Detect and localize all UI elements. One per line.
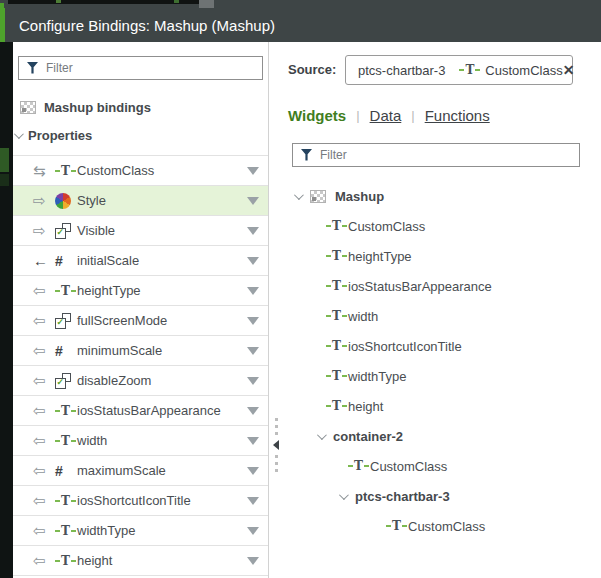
right-filter-input[interactable]	[320, 148, 579, 162]
binding-direction-in-arrow-icon: ⇦	[33, 313, 55, 328]
property-row[interactable]: ⇦disableZoom	[13, 366, 268, 396]
property-row[interactable]: ←#initialScale	[13, 246, 268, 276]
tab-widgets[interactable]: Widgets	[288, 107, 346, 124]
type-icon-box: T	[386, 520, 408, 532]
left-filter-input[interactable]	[46, 61, 262, 75]
property-row[interactable]: ⇦TiosStatusBarAppearance	[13, 396, 268, 426]
style-color-wheel-icon	[55, 193, 71, 209]
tree-item-label: ptcs-chartbar-3	[355, 489, 450, 504]
tree-item-label: CustomClass	[348, 219, 425, 234]
dropdown-caret-icon[interactable]	[247, 377, 259, 385]
dropdown-caret-icon[interactable]	[247, 167, 259, 175]
type-icon-box: T	[55, 435, 77, 447]
dropdown-caret-icon[interactable]	[247, 497, 259, 505]
type-icon-box: #	[55, 254, 77, 268]
tree-item-label: widthType	[348, 369, 407, 384]
properties-section-toggle[interactable]: Properties	[14, 128, 92, 143]
binding-direction-in-arrow-icon: ⇦	[33, 283, 55, 298]
background-fragment	[199, 0, 214, 8]
tree-item-height[interactable]: Theight	[281, 391, 601, 421]
dropdown-caret-icon[interactable]	[247, 407, 259, 415]
tab-data[interactable]: Data	[370, 107, 402, 124]
properties-section-label: Properties	[28, 128, 92, 143]
text-type-icon: T	[55, 405, 76, 417]
text-type-icon: T	[386, 520, 407, 532]
tree-item-mashup[interactable]: Mashup	[281, 181, 601, 211]
text-type-icon: T	[348, 460, 369, 472]
property-label: CustomClass	[77, 163, 247, 178]
dropdown-caret-icon[interactable]	[247, 467, 259, 475]
type-icon-box: T	[55, 495, 77, 507]
property-row[interactable]: ⇨Visible	[13, 216, 268, 246]
dropdown-caret-icon[interactable]	[247, 347, 259, 355]
right-filter-box	[292, 143, 580, 167]
dropdown-caret-icon[interactable]	[247, 527, 259, 535]
tree-item-container-2[interactable]: container-2	[281, 421, 601, 451]
property-row[interactable]: ⇦#maximumScale	[13, 456, 268, 486]
chevron-down-icon[interactable]	[339, 490, 349, 500]
source-widget-name: ptcs-chartbar-3	[358, 63, 445, 78]
properties-list: ⇆TCustomClass⇨Style⇨Visible←#initialScal…	[13, 155, 268, 576]
dropdown-caret-icon[interactable]	[247, 557, 259, 565]
dropdown-caret-icon[interactable]	[247, 287, 259, 295]
boolean-checkbox-icon	[55, 373, 71, 389]
dropdown-caret-icon[interactable]	[247, 317, 259, 325]
number-type-icon: #	[55, 344, 63, 358]
tree-item-width[interactable]: Twidth	[281, 301, 601, 331]
property-row[interactable]: ⇦Twidth	[13, 426, 268, 456]
type-icon-box: T	[326, 280, 348, 292]
type-icon-box: T	[326, 340, 348, 352]
source-binding-chip[interactable]: ptcs-chartbar-3 T CustomClass ✕	[345, 55, 573, 85]
splitter-dot	[275, 432, 278, 435]
dropdown-caret-icon[interactable]	[247, 197, 259, 205]
background-fragment	[174, 0, 179, 3]
tree-item-customclass[interactable]: TCustomClass	[281, 211, 601, 241]
tree-item-label: CustomClass	[370, 459, 447, 474]
dropdown-caret-icon[interactable]	[247, 437, 259, 445]
background-fragment	[0, 174, 9, 186]
tree-item-ptcs-chartbar-3[interactable]: ptcs-chartbar-3	[281, 481, 601, 511]
tab-functions[interactable]: Functions	[425, 107, 490, 124]
tree-item-customclass[interactable]: TCustomClass	[281, 451, 601, 481]
splitter-dot	[275, 455, 278, 458]
property-row[interactable]: ⇦#minimumScale	[13, 336, 268, 366]
property-row[interactable]: ⇦TwidthType	[13, 516, 268, 546]
property-label: disableZoom	[77, 373, 247, 388]
tree-item-iosshortcuticontitle[interactable]: TiosShortcutIconTitle	[281, 331, 601, 361]
text-type-icon: T	[55, 165, 76, 177]
binding-direction-in-arrow-icon: ⇦	[33, 373, 55, 388]
tree-item-iosstatusbarappearance[interactable]: TiosStatusBarAppearance	[281, 271, 601, 301]
dropdown-caret-icon[interactable]	[247, 227, 259, 235]
property-row[interactable]: ⇦TheightType	[13, 276, 268, 306]
source-label: Source:	[288, 62, 336, 77]
property-row[interactable]: ⇦fullScreenMode	[13, 306, 268, 336]
widgets-tree: MashupTCustomClassTheightTypeTiosStatusB…	[281, 181, 601, 541]
property-row[interactable]: ⇆TCustomClass	[13, 156, 268, 186]
text-type-icon: T	[55, 495, 76, 507]
binding-direction-out-arrow-icon: ⇨	[33, 223, 55, 238]
tree-item-label: width	[348, 309, 378, 324]
chevron-down-icon[interactable]	[294, 190, 304, 200]
tree-item-label: Mashup	[335, 189, 384, 204]
tree-item-customclass[interactable]: TCustomClass	[281, 511, 601, 541]
property-label: maximumScale	[77, 463, 247, 478]
property-label: minimumScale	[77, 343, 247, 358]
close-icon[interactable]: ✕	[563, 63, 575, 77]
type-icon-box: T	[55, 405, 77, 417]
type-icon-box	[55, 373, 77, 389]
type-icon-box: T	[326, 250, 348, 262]
number-type-icon: #	[55, 464, 63, 478]
text-type-icon: T	[326, 250, 347, 262]
type-icon-box: T	[348, 460, 370, 472]
property-row[interactable]: ⇦TiosShortcutIconTitle	[13, 486, 268, 516]
property-row[interactable]: ⇨Style	[13, 186, 268, 216]
property-row[interactable]: ⇦Theight	[13, 546, 268, 576]
panel-splitter-handle[interactable]	[272, 416, 280, 474]
dropdown-caret-icon[interactable]	[247, 257, 259, 265]
collapse-left-icon[interactable]	[273, 440, 279, 450]
dialog-title: Configure Bindings: Mashup (Mashup)	[19, 17, 275, 34]
tree-item-heighttype[interactable]: TheightType	[281, 241, 601, 271]
chevron-down-icon[interactable]	[317, 430, 327, 440]
property-label: widthType	[77, 523, 247, 538]
tree-item-widthtype[interactable]: TwidthType	[281, 361, 601, 391]
